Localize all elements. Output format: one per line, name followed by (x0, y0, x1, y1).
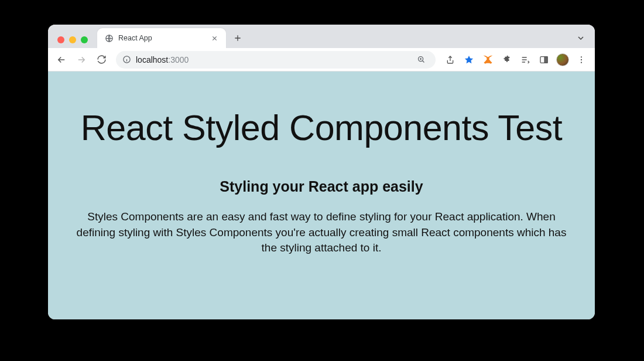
address-bar[interactable]: localhost:3000 (116, 51, 436, 69)
reading-list-icon[interactable] (516, 51, 534, 69)
window-minimize-button[interactable] (69, 36, 76, 43)
url-port: :3000 (168, 55, 189, 64)
forward-button[interactable] (73, 51, 90, 69)
toolbar-right (441, 51, 590, 69)
browser-window: React App (48, 25, 595, 319)
bookmark-star-icon[interactable] (460, 51, 478, 69)
window-close-button[interactable] (57, 36, 64, 43)
share-icon[interactable] (441, 51, 459, 69)
site-info-icon[interactable] (122, 55, 131, 64)
back-button[interactable] (53, 51, 70, 69)
page-heading: React Styled Components Test (81, 109, 562, 147)
globe-icon (104, 33, 114, 43)
svg-point-5 (581, 56, 582, 57)
tab-overflow-button[interactable] (573, 30, 589, 46)
menu-button[interactable] (573, 51, 590, 69)
reload-button[interactable] (93, 51, 110, 69)
page-content: React Styled Components Test Styling you… (48, 71, 595, 319)
tab-strip: React App (48, 25, 595, 48)
svg-point-7 (581, 62, 582, 63)
profile-avatar[interactable] (554, 51, 571, 69)
url-text: localhost:3000 (136, 55, 189, 64)
page-subheading: Styling your React app easily (220, 178, 423, 195)
window-fullscreen-button[interactable] (81, 36, 88, 43)
toolbar: localhost:3000 (48, 48, 595, 71)
extensions-icon[interactable] (498, 51, 515, 69)
browser-tab[interactable]: React App (97, 28, 226, 48)
url-host: localhost (136, 55, 168, 64)
zoom-icon[interactable] (412, 51, 430, 69)
side-panel-icon[interactable] (535, 51, 553, 69)
new-tab-button[interactable] (229, 30, 246, 46)
svg-point-6 (581, 59, 582, 60)
page-body-text: Styles Components are an easy and fast w… (76, 209, 567, 256)
tab-title: React App (118, 34, 205, 42)
svg-rect-4 (544, 56, 547, 63)
metamask-extension-icon[interactable] (479, 51, 496, 69)
window-controls (55, 32, 97, 48)
tab-close-button[interactable] (210, 33, 219, 43)
